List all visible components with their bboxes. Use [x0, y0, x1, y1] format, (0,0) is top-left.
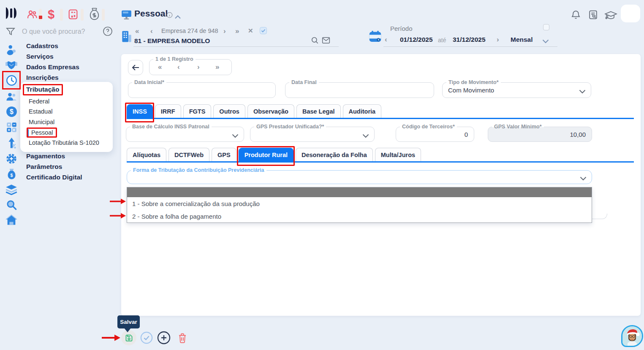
- envelope-icon[interactable]: [322, 37, 330, 46]
- tab-desoneracao[interactable]: Desoneração da Folha: [296, 148, 373, 162]
- text-caret: [28, 129, 29, 136]
- codigo-terceiros-field[interactable]: Código de Terceiros* 0: [396, 127, 474, 142]
- sidebar-item-federal[interactable]: Federal: [29, 98, 49, 105]
- sidebar-item-certificado[interactable]: Certificado Digital: [26, 174, 82, 181]
- chevron-up-icon[interactable]: [175, 13, 181, 21]
- tab-fgts[interactable]: FGTS: [183, 104, 212, 118]
- sidebar-item-dados-empresas[interactable]: Dados Empresas: [26, 63, 79, 71]
- record-navigator: 1 de 1 Registro « ‹ › »: [149, 59, 232, 75]
- gps-valor-minimo-value: 10,00: [570, 131, 586, 138]
- back-button[interactable]: [128, 60, 143, 75]
- forma-tributacao-select[interactable]: Forma de Tributação da Contribuição Prev…: [127, 170, 592, 184]
- bell-icon[interactable]: [571, 9, 581, 22]
- sidebar-item-lotacao[interactable]: Lotação Tributária S-1020: [29, 139, 99, 146]
- tax-rate-icon[interactable]: [7, 137, 17, 151]
- tab-multa-juros[interactable]: Multa/Juros: [375, 148, 421, 162]
- handshake-icon[interactable]: [5, 60, 18, 72]
- next-period-button[interactable]: ›: [497, 35, 499, 44]
- svg-text:$: $: [11, 173, 13, 178]
- prev-record-button[interactable]: ‹: [177, 63, 180, 71]
- last-company-button[interactable]: »: [235, 27, 239, 35]
- tab-observacao[interactable]: Observação: [247, 104, 294, 118]
- period-checkbox[interactable]: [543, 24, 549, 30]
- prev-period-button[interactable]: ‹: [385, 35, 387, 44]
- help-icon[interactable]: [103, 26, 113, 38]
- tab-outros[interactable]: Outros: [213, 104, 245, 118]
- next-record-button[interactable]: ›: [197, 63, 200, 71]
- dropdown-option-empty[interactable]: [127, 187, 592, 197]
- dollar-coin-icon[interactable]: $: [6, 106, 17, 119]
- data-final-field[interactable]: Data Final: [285, 82, 434, 98]
- tab-base-legal[interactable]: Base Legal: [296, 104, 341, 118]
- user-settings-icon[interactable]: [5, 43, 17, 57]
- info-icon[interactable]: [166, 12, 173, 20]
- sidebar-item-parametros[interactable]: Parâmetros: [26, 163, 62, 171]
- tab-gps[interactable]: GPS: [212, 148, 236, 162]
- topbar-separator: [81, 9, 84, 21]
- sub-tab-bar: Alíquotas DCTFWeb GPS Produtor Rural Des…: [127, 148, 423, 162]
- tab-auditoria[interactable]: Auditoria: [343, 104, 382, 118]
- tab-aliquotas[interactable]: Alíquotas: [127, 148, 166, 162]
- main-card: 1 de 1 Registro « ‹ › » Data Inicial* Da…: [121, 54, 641, 316]
- sidebar-item-pessoal[interactable]: Pessoal: [31, 129, 53, 136]
- dropdown-option-2[interactable]: 2 - Sobre a folha de pagamento: [127, 210, 592, 222]
- prev-company-button[interactable]: ‹: [150, 27, 153, 35]
- money-bag-blue-icon[interactable]: $: [6, 168, 17, 182]
- tab-dctfweb[interactable]: DCTFWeb: [168, 148, 209, 162]
- delete-button[interactable]: [177, 331, 188, 344]
- tab-irrf[interactable]: IRRF: [155, 104, 181, 118]
- sidebar-item-servicos[interactable]: Serviços: [26, 53, 54, 60]
- period-mode-select[interactable]: Mensal: [511, 36, 533, 43]
- dollar-icon[interactable]: $: [48, 8, 54, 22]
- forma-tributacao-label: Forma de Tributação da Contribuição Prev…: [131, 167, 266, 173]
- calculator-blue-icon[interactable]: [6, 122, 17, 135]
- search-sidebar-icon[interactable]: [6, 199, 17, 212]
- dropdown-option-1[interactable]: 1 - Sobre a comercialização da sua produ…: [127, 197, 592, 210]
- confirm-button[interactable]: [140, 331, 153, 344]
- data-inicial-field[interactable]: Data Inicial*: [128, 82, 276, 98]
- tab-produtor-rural[interactable]: Produtor Rural: [239, 148, 293, 162]
- layers-icon[interactable]: [5, 184, 17, 197]
- annotation-arrow: [110, 198, 126, 206]
- codigo-terceiros-label: Código de Terceiros*: [400, 124, 457, 130]
- graduation-cap-icon[interactable]: [604, 10, 617, 22]
- avatar[interactable]: [621, 5, 640, 22]
- search-input[interactable]: [22, 26, 98, 37]
- gear-icon[interactable]: [5, 153, 17, 166]
- sidebar-item-clock[interactable]: [3, 72, 19, 88]
- company-checkbox[interactable]: [260, 27, 267, 36]
- chevron-down-icon[interactable]: [542, 38, 549, 45]
- base-calculo-select[interactable]: Base de Cálculo INSS Patronal: [126, 127, 244, 142]
- search-company-icon[interactable]: [311, 36, 319, 46]
- sidebar-item-inscricoes[interactable]: Inscrições: [26, 74, 59, 81]
- gps-valor-minimo-label: GPS Valor Mínimo*: [492, 124, 544, 130]
- people-icon[interactable]: [26, 8, 38, 22]
- sidebar-item-municipal[interactable]: Municipal: [29, 119, 54, 125]
- assistant-avatar[interactable]: [621, 325, 643, 347]
- document-search-icon[interactable]: [588, 9, 598, 22]
- sidebar-item-cadastros[interactable]: Cadastros: [26, 42, 58, 50]
- money-bag-icon[interactable]: [89, 8, 100, 22]
- sidebar-item-estadual[interactable]: Estadual: [29, 108, 52, 115]
- last-record-button[interactable]: »: [215, 63, 219, 71]
- gps-prestador-select[interactable]: GPS Prestador Unificada?*: [250, 127, 375, 142]
- add-button[interactable]: [157, 331, 171, 345]
- chevron-down-icon: [362, 132, 369, 140]
- home-icon[interactable]: [5, 214, 17, 228]
- users-icon[interactable]: [5, 91, 18, 104]
- first-record-button[interactable]: «: [158, 63, 162, 71]
- period-end-date[interactable]: 31/12/2025: [453, 36, 486, 43]
- chevron-down-icon: [232, 132, 239, 140]
- sidebar-item-tributacao[interactable]: Tributação: [26, 86, 59, 93]
- close-icon[interactable]: ✕: [248, 27, 253, 35]
- tipo-movimento-select[interactable]: Tipo de Movimento* Com Movimento: [442, 82, 591, 98]
- period-start-date[interactable]: 01/12/2025: [400, 36, 433, 43]
- save-button[interactable]: [121, 330, 136, 345]
- sidebar-item-pagamentos[interactable]: Pagamentos: [26, 152, 65, 160]
- first-company-button[interactable]: «: [135, 27, 139, 35]
- tab-inss[interactable]: INSS: [127, 104, 153, 118]
- main-tab-bar: INSS IRRF FGTS Outros Observação Base Le…: [127, 104, 383, 118]
- calculator-icon[interactable]: [67, 8, 79, 22]
- next-company-button[interactable]: ›: [223, 27, 226, 35]
- filter-icon[interactable]: [5, 27, 16, 38]
